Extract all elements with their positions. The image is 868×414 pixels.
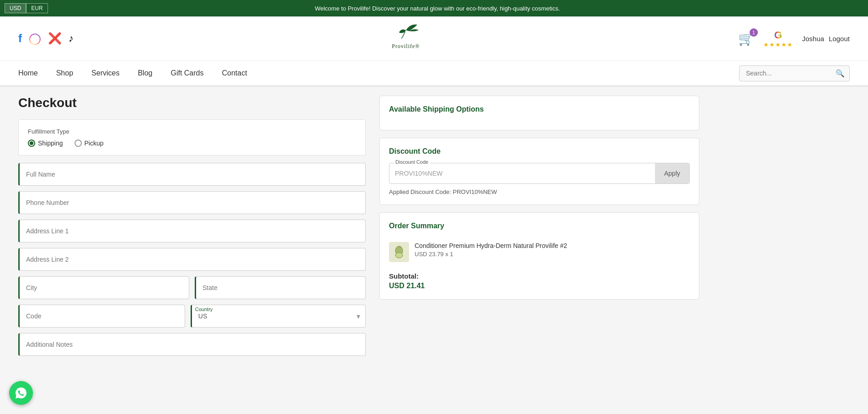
order-item-price: USD 23.79 x 1 (415, 251, 690, 258)
order-item-name: Conditioner Premium Hydra-Derm Natural P… (415, 242, 690, 249)
nav-links: Home Shop Services Blog Gift Cards Conta… (18, 61, 247, 86)
top-bar-message: Welcome to Provilife! Discover your natu… (48, 5, 827, 12)
google-g-icon: G (774, 29, 782, 41)
phone-input[interactable] (18, 191, 366, 214)
apply-button[interactable]: Apply (655, 163, 689, 183)
cart-button[interactable]: 🛒 1 (738, 31, 754, 46)
nav-home[interactable]: Home (18, 69, 38, 77)
zip-country-row: Country US ▾ (18, 305, 366, 328)
eur-button[interactable]: EUR (26, 3, 48, 13)
state-input[interactable] (195, 276, 366, 299)
search-area: 🔍 (739, 65, 850, 81)
nav-gift-cards[interactable]: Gift Cards (170, 69, 203, 77)
discount-card: Discount Code Discount Code Apply Applie… (379, 138, 699, 205)
social-icons: f ◯ ❌ ♪ (18, 32, 74, 45)
checkout-right: Available Shipping Options Discount Code… (379, 96, 699, 361)
nav-blog[interactable]: Blog (138, 69, 152, 77)
subtotal-label: Subtotal: (389, 272, 690, 280)
shipping-options-title: Available Shipping Options (389, 105, 690, 113)
discount-title: Discount Code (389, 147, 690, 156)
order-item: Conditioner Premium Hydra-Derm Natural P… (389, 237, 690, 267)
svg-point-3 (395, 253, 403, 258)
full-name-input[interactable] (18, 163, 366, 186)
order-item-details: Conditioner Premium Hydra-Derm Natural P… (415, 242, 690, 258)
notes-input[interactable] (18, 333, 366, 356)
user-area: Joshua Logout (802, 35, 850, 43)
pickup-option[interactable]: Pickup (75, 140, 104, 147)
cart-badge: 1 (750, 28, 758, 37)
fulfillment-title: Fulfillment Type (28, 128, 356, 135)
city-input[interactable] (18, 276, 189, 299)
shipping-radio[interactable] (28, 140, 35, 147)
discount-field-label: Discount Code (394, 159, 430, 165)
address1-input[interactable] (18, 220, 366, 242)
main-content: Checkout Fulfillment Type Shipping Picku… (0, 86, 868, 371)
zip-input[interactable] (18, 305, 185, 328)
order-summary-title: Order Summary (389, 222, 690, 230)
order-item-image (389, 242, 409, 262)
fulfillment-options: Shipping Pickup (28, 140, 356, 147)
google-rating: G ★★★★★ (763, 29, 793, 48)
order-summary-card: Order Summary Conditioner Premium Hydra-… (379, 212, 699, 300)
shipping-option[interactable]: Shipping (28, 140, 63, 147)
country-select[interactable]: US (191, 305, 366, 328)
discount-field-wrapper: Discount Code Apply (389, 163, 690, 184)
nav-services[interactable]: Services (91, 69, 119, 77)
tiktok-icon[interactable]: ♪ (69, 32, 74, 44)
discount-input[interactable] (389, 163, 655, 183)
nav-bar: Home Shop Services Blog Gift Cards Conta… (0, 61, 868, 86)
header-right: 🛒 1 G ★★★★★ Joshua Logout (738, 29, 850, 48)
country-wrapper: Country US ▾ (191, 305, 366, 328)
usd-button[interactable]: USD (5, 3, 26, 13)
applied-discount-code: Applied Discount Code: PROVI10%NEW (389, 188, 690, 195)
header: f ◯ ❌ ♪ Provilife® 🛒 1 G ★★★★★ Joshua (0, 16, 868, 61)
pickup-radio[interactable] (75, 140, 82, 147)
search-button[interactable]: 🔍 (831, 66, 849, 81)
shipping-options-card: Available Shipping Options (379, 96, 699, 130)
currency-switcher[interactable]: USD EUR (5, 3, 48, 13)
pinterest-icon[interactable]: ❌ (48, 32, 62, 45)
discount-row: Apply (389, 163, 689, 183)
subtotal-amount: USD 21.41 (389, 282, 690, 290)
city-state-row (18, 276, 366, 299)
country-label: Country (195, 306, 213, 312)
logo[interactable]: Provilife® (392, 21, 420, 56)
facebook-icon[interactable]: f (18, 32, 22, 45)
logo-text: Provilife® (392, 42, 420, 56)
subtotal-section: Subtotal: USD 21.41 (389, 272, 690, 290)
checkout-left: Checkout Fulfillment Type Shipping Picku… (18, 96, 366, 361)
nav-contact[interactable]: Contact (222, 69, 247, 77)
search-input[interactable] (740, 66, 831, 80)
user-name[interactable]: Joshua (802, 35, 824, 43)
top-bar: USD EUR Welcome to Provilife! Discover y… (0, 0, 868, 16)
google-stars: ★★★★★ (763, 41, 793, 48)
pickup-label: Pickup (85, 140, 104, 147)
page-title: Checkout (18, 96, 366, 110)
fulfillment-section: Fulfillment Type Shipping Pickup (18, 119, 366, 156)
nav-shop[interactable]: Shop (56, 69, 73, 77)
shipping-label: Shipping (38, 140, 63, 147)
instagram-icon[interactable]: ◯ (29, 32, 41, 45)
logout-button[interactable]: Logout (829, 35, 850, 43)
logo-bird-icon (392, 21, 420, 42)
address2-input[interactable] (18, 248, 366, 271)
svg-line-1 (401, 38, 402, 38)
